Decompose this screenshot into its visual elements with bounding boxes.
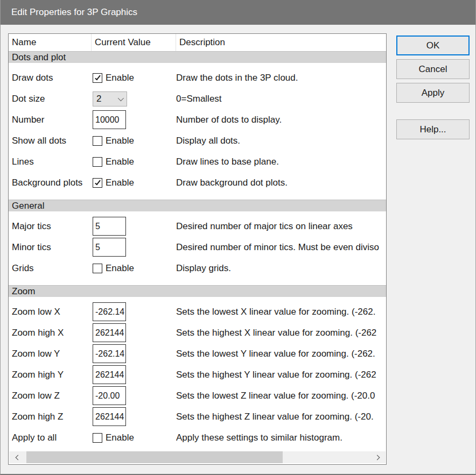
- number-input[interactable]: [93, 110, 126, 129]
- chevron-left-icon: [15, 455, 20, 460]
- property-row-draw-dots: Draw dots Enable Draw the dots in the 3P…: [9, 67, 386, 88]
- checkbox-label: Enable: [106, 136, 134, 146]
- property-description: Sets the highest Y linear value for zoom…: [176, 370, 386, 380]
- property-name: Lines: [12, 157, 92, 167]
- property-name: Background plots: [12, 178, 92, 188]
- section-header-general: General: [9, 200, 386, 211]
- check-icon: [95, 74, 101, 80]
- property-description: Draw background dot plots.: [176, 178, 386, 188]
- zoom-low-x-input[interactable]: [93, 302, 126, 321]
- cancel-button[interactable]: Cancel: [396, 59, 470, 79]
- scroll-left-button[interactable]: [9, 451, 26, 463]
- property-description: 0=Smallest: [176, 94, 386, 104]
- zoom-low-z-input[interactable]: [93, 386, 126, 405]
- property-row-zoom-high-z: Zoom high Z Sets the highest Z linear va…: [9, 406, 386, 427]
- property-row-minor-tics: Minor tics Desired number of minor tics.…: [9, 237, 386, 258]
- property-row-zoom-low-x: Zoom low X Sets the lowest X linear valu…: [9, 301, 386, 322]
- property-description: Sets the lowest Z linear value for zoomi…: [176, 391, 386, 401]
- minor-tics-input[interactable]: [93, 238, 126, 257]
- scroll-right-button[interactable]: [368, 451, 386, 463]
- property-row-zoom-high-y: Zoom high Y Sets the highest Y linear va…: [9, 364, 386, 385]
- property-name: Apply to all: [12, 433, 92, 443]
- table-header-row: Name Current Value Description: [9, 34, 386, 51]
- property-name: Zoom low Z: [12, 391, 92, 401]
- property-description: Sets the lowest Y linear value for zoomi…: [176, 349, 386, 359]
- apply-button[interactable]: Apply: [396, 83, 470, 103]
- check-icon: [95, 179, 101, 185]
- background-plots-checkbox[interactable]: [93, 178, 102, 188]
- zoom-high-y-input[interactable]: [93, 365, 126, 384]
- apply-to-all-checkbox[interactable]: [93, 433, 102, 443]
- property-name: Number: [12, 115, 92, 125]
- property-name: Draw dots: [12, 73, 92, 83]
- scrollbar-thumb[interactable]: [26, 451, 283, 463]
- chevron-down-icon: [118, 95, 124, 101]
- property-description: Draw lines to base plane.: [176, 157, 386, 167]
- property-description: Desired number of minor tics. Must be ev…: [176, 242, 386, 253]
- property-name: Zoom high Z: [12, 412, 92, 422]
- property-description: Display all dots.: [176, 136, 386, 146]
- property-name: Minor tics: [12, 242, 92, 253]
- grids-checkbox[interactable]: [93, 264, 102, 273]
- property-name: Zoom high Y: [12, 370, 92, 380]
- property-row-grids: Grids Enable Display grids.: [9, 258, 386, 279]
- property-description: Apply these settings to similar histogra…: [176, 433, 386, 443]
- zoom-high-x-input[interactable]: [93, 323, 126, 342]
- title-bar[interactable]: Edit Properties for 3P Graphics: [1, 0, 475, 25]
- zoom-high-z-input[interactable]: [93, 407, 126, 426]
- major-tics-input[interactable]: [93, 217, 126, 236]
- property-description: Desired number of major tics on linear a…: [176, 221, 386, 232]
- property-description: Sets the highest Z linear value for zoom…: [176, 412, 386, 422]
- scrollbar-track[interactable]: [26, 451, 368, 463]
- checkbox-label: Enable: [106, 73, 134, 83]
- property-row-zoom-low-y: Zoom low Y Sets the lowest Y linear valu…: [9, 343, 386, 364]
- property-row-background-plots: Background plots Enable Draw background …: [9, 172, 386, 193]
- column-header-description: Description: [176, 34, 386, 51]
- property-name: Zoom high X: [12, 328, 92, 338]
- window-title: Edit Properties for 3P Graphics: [11, 7, 137, 18]
- property-row-major-tics: Major tics Desired number of major tics …: [9, 216, 386, 237]
- help-button[interactable]: Help...: [396, 119, 470, 139]
- property-description: Number of dots to display.: [176, 115, 386, 125]
- property-description: Sets the lowest X linear value for zoomi…: [176, 307, 386, 317]
- checkbox-label: Enable: [106, 157, 134, 167]
- property-description: Sets the highest X linear value for zoom…: [176, 328, 386, 338]
- property-description: Draw the dots in the 3P cloud.: [176, 73, 386, 83]
- chevron-right-icon: [374, 455, 380, 460]
- property-name: Dot size: [12, 94, 92, 104]
- property-name: Zoom low Y: [12, 349, 92, 359]
- properties-table: Name Current Value Description Dots and …: [8, 33, 387, 465]
- property-name: Show all dots: [12, 136, 92, 146]
- ok-button[interactable]: OK: [396, 36, 470, 55]
- zoom-low-y-input[interactable]: [93, 344, 126, 363]
- dropdown-value: 2: [96, 94, 101, 104]
- checkbox-label: Enable: [106, 178, 134, 188]
- dot-size-dropdown[interactable]: 2: [93, 91, 127, 107]
- column-header-current-value: Current Value: [92, 34, 176, 51]
- property-row-apply-to-all: Apply to all Enable Apply these settings…: [9, 427, 386, 448]
- show-all-dots-checkbox[interactable]: [93, 136, 102, 146]
- column-header-name: Name: [12, 34, 92, 51]
- property-row-zoom-low-z: Zoom low Z Sets the lowest Z linear valu…: [9, 385, 386, 406]
- property-name: Zoom low X: [12, 307, 92, 317]
- section-header-dots-and-plot: Dots and plot: [9, 51, 386, 63]
- property-row-number: Number Number of dots to display.: [9, 109, 386, 130]
- property-name: Major tics: [12, 221, 92, 232]
- property-row-show-all-dots: Show all dots Enable Display all dots.: [9, 130, 386, 151]
- lines-checkbox[interactable]: [93, 157, 102, 167]
- property-row-dot-size: Dot size 2 0=Smallest: [9, 88, 386, 109]
- property-row-lines: Lines Enable Draw lines to base plane.: [9, 151, 386, 172]
- section-header-zoom: Zoom: [9, 285, 386, 297]
- property-row-zoom-high-x: Zoom high X Sets the highest X linear va…: [9, 322, 386, 343]
- checkbox-label: Enable: [106, 263, 134, 274]
- draw-dots-checkbox[interactable]: [93, 73, 102, 83]
- horizontal-scrollbar[interactable]: [9, 451, 386, 463]
- checkbox-label: Enable: [106, 433, 134, 443]
- property-description: Display grids.: [176, 263, 386, 274]
- property-name: Grids: [12, 263, 92, 274]
